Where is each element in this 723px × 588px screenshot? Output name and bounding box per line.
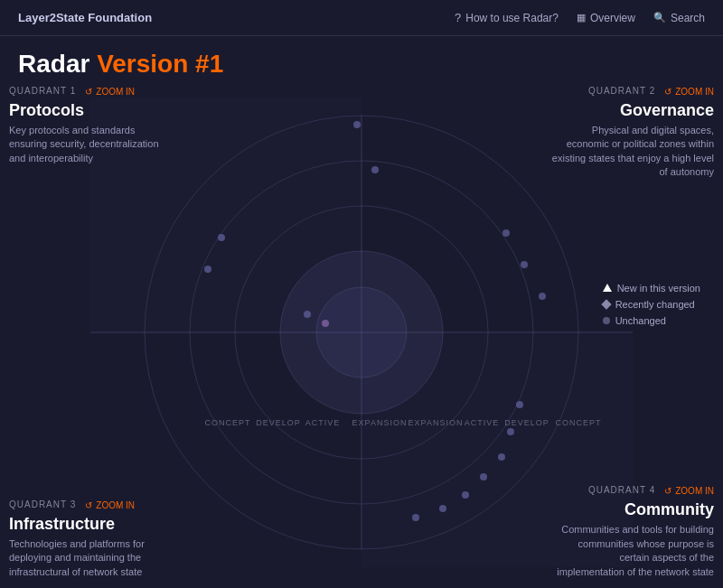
radar-dot — [502, 229, 510, 237]
q1-title: Protocols — [9, 101, 172, 120]
svg-text:DEVELOP: DEVELOP — [504, 418, 549, 427]
svg-text:CONCEPT: CONCEPT — [204, 418, 250, 427]
logo-suffix: Foundation — [88, 11, 152, 24]
zoom-in-icon: ↺ — [85, 87, 92, 97]
quadrant-3: QUADRANT 3 ↺ ZOOM IN Infrastructure Tech… — [9, 499, 172, 579]
legend-changed-label: Recently changed — [615, 299, 695, 310]
legend: New in this version Recently changed Unc… — [603, 283, 700, 331]
svg-text:ACTIVE: ACTIVE — [305, 418, 341, 427]
q2-title: Governance — [551, 101, 714, 120]
q3-title: Infrastructure — [9, 515, 172, 534]
q3-id: QUADRANT 3 — [9, 499, 76, 509]
svg-text:CONCEPT: CONCEPT — [555, 418, 601, 427]
logo-brand: Layer2State — [18, 11, 85, 24]
diamond-icon — [601, 299, 611, 309]
radar-dot — [218, 234, 225, 241]
legend-new: New in this version — [603, 283, 700, 294]
quadrant-1: QUADRANT 1 ↺ ZOOM IN Protocols Key proto… — [9, 86, 172, 165]
q4-description: Communities and tools for building commu… — [551, 523, 714, 579]
title-black: Radar — [18, 50, 97, 78]
logo: Layer2State Foundation — [18, 11, 152, 24]
zoom-in-icon-3: ↺ — [85, 500, 92, 510]
radar-dot — [439, 505, 446, 512]
how-to-use-button[interactable]: ? How to use Radar? — [455, 11, 559, 24]
q1-zoom-button[interactable]: ↺ ZOOM IN — [85, 87, 135, 97]
search-icon: 🔍 — [653, 12, 666, 23]
radar-dot — [521, 261, 528, 268]
radar-dot — [480, 473, 487, 481]
radar-container: QUADRANT 1 ↺ ZOOM IN Protocols Key proto… — [0, 77, 723, 588]
header-nav: ? How to use Radar? ▦ Overview 🔍 Search — [455, 11, 705, 24]
page-title: Radar Version #1 — [18, 50, 705, 79]
radar-dot — [516, 401, 523, 408]
q3-description: Technologies and platforms for deploying… — [9, 537, 172, 579]
q1-id: QUADRANT 1 — [9, 86, 76, 96]
radar-dot — [304, 311, 311, 318]
q4-id: QUADRANT 4 — [588, 485, 655, 495]
triangle-icon — [603, 284, 612, 292]
radar-dot — [204, 266, 211, 273]
svg-text:ACTIVE: ACTIVE — [465, 418, 500, 427]
radar-dot — [322, 320, 329, 327]
q4-title: Community — [551, 500, 714, 519]
search-button[interactable]: 🔍 Search — [653, 12, 705, 24]
radar-dot — [462, 491, 469, 499]
radar-dot — [539, 293, 546, 300]
zoom-in-icon-2: ↺ — [664, 87, 671, 97]
legend-new-label: New in this version — [617, 283, 700, 294]
legend-unchanged: Unchanged — [603, 315, 700, 326]
radar-dot — [507, 428, 514, 435]
zoom-in-icon-4: ↺ — [664, 486, 671, 496]
svg-text:EXPANSION: EXPANSION — [352, 418, 408, 427]
quadrant-4: QUADRANT 4 ↺ ZOOM IN Community Communiti… — [551, 485, 714, 579]
quadrant-2: QUADRANT 2 ↺ ZOOM IN Governance Physical… — [551, 86, 714, 180]
q2-id: QUADRANT 2 — [588, 86, 655, 96]
circle-icon — [603, 317, 610, 324]
grid-icon: ▦ — [577, 12, 586, 23]
radar-dot — [353, 121, 361, 128]
title-section: Radar Version #1 — [0, 36, 723, 83]
title-orange: Version #1 — [97, 50, 223, 78]
q2-description: Physical and digital spaces, economic or… — [551, 124, 714, 180]
svg-text:EXPANSION: EXPANSION — [408, 418, 464, 427]
overview-button[interactable]: ▦ Overview — [577, 12, 635, 24]
radar-dot — [371, 166, 379, 173]
q4-zoom-button[interactable]: ↺ ZOOM IN — [664, 486, 714, 496]
q1-description: Key protocols and standards ensuring sec… — [9, 124, 172, 165]
legend-changed: Recently changed — [603, 299, 700, 310]
q3-zoom-button[interactable]: ↺ ZOOM IN — [85, 500, 135, 510]
radar-dot — [498, 453, 505, 461]
legend-unchanged-label: Unchanged — [615, 315, 666, 326]
radar-dot — [412, 514, 419, 521]
q2-zoom-button[interactable]: ↺ ZOOM IN — [664, 87, 714, 97]
svg-text:DEVELOP: DEVELOP — [256, 418, 301, 427]
header: Layer2State Foundation ? How to use Rada… — [0, 0, 723, 36]
help-icon: ? — [455, 11, 461, 24]
